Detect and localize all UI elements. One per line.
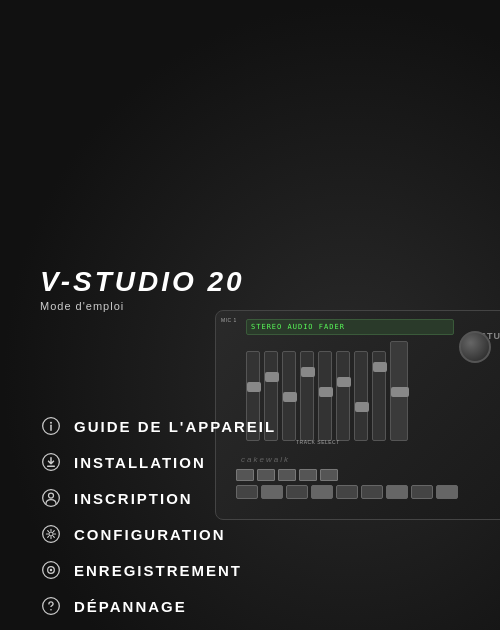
track-select-label: TRACK SELECT — [296, 439, 340, 445]
transport-btn-5[interactable] — [320, 469, 338, 481]
page-container: V-STUDIO 20 Mode d'emploi STEREO AUDIO F… — [0, 0, 500, 630]
nav-menu: GUIDE DE L'APPAREIL INSTALLATION — [40, 415, 276, 617]
lcd-strip: STEREO AUDIO FADER — [246, 319, 454, 335]
fader-4 — [300, 351, 314, 441]
lcd-text: STEREO AUDIO FADER — [251, 323, 345, 331]
nav-label-configuration: CONFIGURATION — [74, 526, 226, 543]
fader-3 — [282, 351, 296, 441]
nav-item-installation[interactable]: INSTALLATION — [40, 451, 276, 473]
transport-btn-3[interactable] — [278, 469, 296, 481]
info-circle-icon — [40, 415, 62, 437]
main-knob[interactable] — [459, 331, 491, 363]
btn-7[interactable] — [386, 485, 408, 499]
nav-item-depannage[interactable]: DÉPANNAGE — [40, 595, 276, 617]
product-title: V-STUDIO 20 — [40, 268, 245, 296]
btn-8[interactable] — [411, 485, 433, 499]
person-circle-icon — [40, 487, 62, 509]
mic-label: MIC 1 — [221, 317, 237, 323]
gear-circle-icon — [40, 523, 62, 545]
nav-label-guide: GUIDE DE L'APPAREIL — [74, 418, 276, 435]
btn-3[interactable] — [286, 485, 308, 499]
title-area: V-STUDIO 20 Mode d'emploi — [40, 268, 245, 312]
fader-7 — [354, 351, 368, 441]
btn-5[interactable] — [336, 485, 358, 499]
nav-item-guide[interactable]: GUIDE DE L'APPAREIL — [40, 415, 276, 437]
download-circle-icon — [40, 451, 62, 473]
nav-label-inscription: INSCRIPTION — [74, 490, 193, 507]
nav-label-depannage: DÉPANNAGE — [74, 598, 187, 615]
fader-6 — [336, 351, 350, 441]
nav-item-configuration[interactable]: CONFIGURATION — [40, 523, 276, 545]
btn-6[interactable] — [361, 485, 383, 499]
transport-btn-4[interactable] — [299, 469, 317, 481]
nav-item-enregistrement[interactable]: ENREGISTREMENT — [40, 559, 276, 581]
svg-point-6 — [49, 493, 54, 498]
svg-point-8 — [49, 532, 53, 536]
nav-label-installation: INSTALLATION — [74, 454, 206, 471]
nav-item-inscription[interactable]: INSCRIPTION — [40, 487, 276, 509]
product-subtitle: Mode d'emploi — [40, 300, 245, 312]
svg-point-11 — [50, 569, 53, 572]
nav-label-enregistrement: ENREGISTREMENT — [74, 562, 242, 579]
svg-point-1 — [50, 422, 52, 424]
svg-point-7 — [43, 526, 60, 543]
question-circle-icon — [40, 595, 62, 617]
btn-9[interactable] — [436, 485, 458, 499]
svg-point-13 — [50, 609, 52, 611]
fader-5 — [318, 351, 332, 441]
main-knob-area — [459, 331, 499, 371]
btn-4[interactable] — [311, 485, 333, 499]
fader-master — [390, 341, 408, 441]
fader-8 — [372, 351, 386, 441]
record-circle-icon — [40, 559, 62, 581]
